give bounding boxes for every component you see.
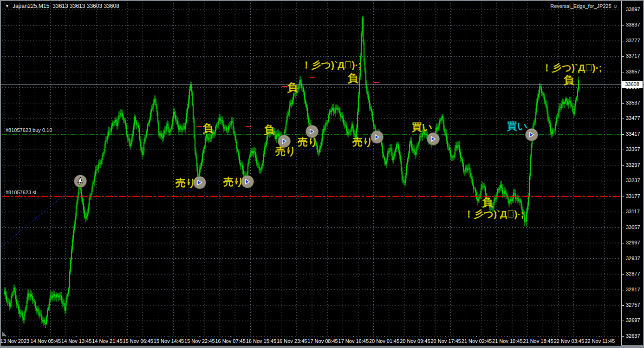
price-axis-label: 33657: [626, 69, 640, 74]
price-axis-label: 33777: [626, 38, 640, 43]
price-axis-tick: [622, 25, 624, 26]
time-axis-label: 21 Nov 18:45: [523, 338, 553, 344]
price-axis-tick: [622, 56, 624, 57]
time-axis-label: 21 Nov 10:45: [492, 338, 522, 344]
candlestick-series: [5, 15, 579, 328]
chart-window-frame: ▼ Japan225,M15 33613 33613 33603 33608 R…: [0, 0, 644, 348]
time-axis-label: 16 Nov 15:45: [246, 338, 276, 344]
chevron-down-icon[interactable]: ▼: [5, 4, 9, 8]
time-axis-label: 16 Nov 23:45: [277, 338, 307, 344]
time-axis-label: 22 Nov 11:45: [585, 338, 615, 344]
annotation-text: ！彡つ)`Д゚)·;: [464, 208, 524, 221]
price-axis-tick: [622, 197, 624, 197]
price-axis-tick: [622, 103, 624, 104]
price-axis-tick: [622, 118, 624, 119]
annotation-text: 買い: [507, 119, 528, 133]
loss-dash-marker: [310, 77, 315, 78]
price-axis-label: 32937: [626, 256, 640, 261]
time-axis-label: 20 Nov 17:45: [430, 338, 461, 344]
time-axis-label: 21 Nov 02:45: [462, 338, 492, 344]
time-axis-label: 14 Nov 21:45: [92, 338, 122, 344]
price-axis-label: 33717: [626, 53, 640, 59]
annotation-text: 負: [203, 121, 214, 136]
buy-order-label: #81057623 buy 0.10: [6, 127, 52, 133]
time-axis-label: 13 Nov 2023: [0, 338, 29, 344]
price-axis-label: 33837: [626, 22, 640, 27]
price-axis-tick: [622, 336, 624, 337]
annotation-text: 負: [287, 80, 298, 95]
price-axis-label: 32997: [626, 240, 640, 245]
price-axis-tick: [622, 150, 624, 150]
price-axis-tick: [622, 72, 624, 72]
price-axis-tick: [622, 259, 624, 259]
time-axis-label: 15 Nov 14:45: [154, 338, 184, 344]
time-axis-label: 17 Nov 08:45: [307, 338, 338, 344]
loss-dash-marker: [246, 126, 251, 127]
annotation-text: 買い: [412, 120, 433, 134]
annotation-text: ！彡つ)`Д゚)·;: [301, 59, 361, 72]
smiley-icon: ☺: [613, 3, 618, 9]
time-axis-label: 15 Nov 06:45: [123, 338, 153, 344]
price-axis-tick: [622, 243, 624, 243]
price-axis-tick: [622, 181, 624, 181]
chart-area[interactable]: ▼ Japan225,M15 33613 33613 33603 33608 R…: [1, 1, 643, 345]
price-axis-label: 32637: [626, 333, 640, 339]
time-axis-label: 14 Nov 05:45: [31, 338, 61, 344]
price-axis-label: 33537: [626, 100, 640, 105]
indicator-name-label: Reversal_Edge_for_JP225 ☺: [550, 3, 618, 9]
price-axis-label: 33297: [626, 162, 640, 168]
cursor-marker: [74, 175, 87, 188]
stop-loss-label: #81057623 sl: [6, 190, 36, 195]
price-axis-label: 32817: [626, 287, 640, 292]
price-axis-label: 33237: [626, 177, 640, 183]
annotation-text: 負: [482, 195, 493, 210]
price-axis-label: 33117: [626, 209, 640, 214]
price-axis-tick: [622, 134, 624, 135]
sell-signal-marker: [371, 131, 384, 144]
price-axis-tick: [622, 305, 624, 306]
symbol-period-label: Japan225,M15: [13, 3, 49, 9]
price-axis-label: 33477: [626, 115, 640, 121]
buy-signal-marker: [525, 128, 538, 141]
annotation-text: 売り: [352, 135, 373, 149]
annotation-text: 売り: [298, 135, 319, 149]
ohlc-quotes-label: 33613 33613 33603 33608: [52, 3, 119, 9]
scroll-anchor-icon[interactable]: [2, 332, 7, 336]
time-axis[interactable]: 13 Nov 202314 Nov 05:4514 Nov 13:4514 No…: [1, 337, 621, 346]
price-axis-label: 33417: [626, 131, 640, 137]
price-axis-tick: [622, 274, 624, 275]
buy-signal-marker: [427, 132, 440, 145]
price-axis-tick: [622, 41, 624, 41]
sell-signal-marker: [241, 175, 254, 188]
chart-title-overlay: ▼ Japan225,M15 33613 33613 33603 33608: [5, 3, 119, 9]
price-axis-tick: [622, 228, 624, 228]
price-axis-label: 32697: [626, 317, 640, 323]
current-price-badge: 33608: [622, 81, 643, 88]
time-axis-label: 22 Nov 03:45: [554, 338, 584, 344]
loss-dash-marker: [196, 126, 202, 127]
sell-signal-marker: [193, 176, 206, 189]
price-axis-label: 33897: [626, 7, 640, 12]
price-axis-tick: [622, 10, 624, 10]
price-axis-label: 33177: [626, 193, 640, 199]
time-axis-label: 17 Nov 16:45: [338, 338, 369, 344]
loss-dash-marker: [282, 86, 287, 87]
price-axis-tick: [622, 165, 624, 166]
sell-signal-marker: [306, 125, 319, 138]
price-axis-tick: [622, 290, 624, 290]
time-axis-label: 14 Nov 13:45: [61, 338, 91, 344]
candlestick-chart-canvas[interactable]: [1, 1, 621, 346]
loss-dash-marker: [374, 82, 379, 83]
time-axis-label: 20 Nov 01:45: [369, 338, 399, 344]
price-axis[interactable]: 3389733837337773371733657335973353733477…: [622, 1, 643, 345]
annotation-text: 負: [264, 123, 275, 137]
time-axis-label: 15 Nov 22:45: [184, 338, 215, 344]
price-axis-label: 33357: [626, 146, 640, 152]
price-axis-tick: [622, 212, 624, 212]
price-axis-label: 32757: [626, 302, 640, 308]
price-axis-label: 32877: [626, 271, 640, 276]
annotation-text: 負: [564, 73, 574, 87]
price-axis-tick: [622, 321, 624, 321]
sell-signal-marker: [278, 135, 291, 148]
annotation-text: 負: [348, 71, 358, 85]
